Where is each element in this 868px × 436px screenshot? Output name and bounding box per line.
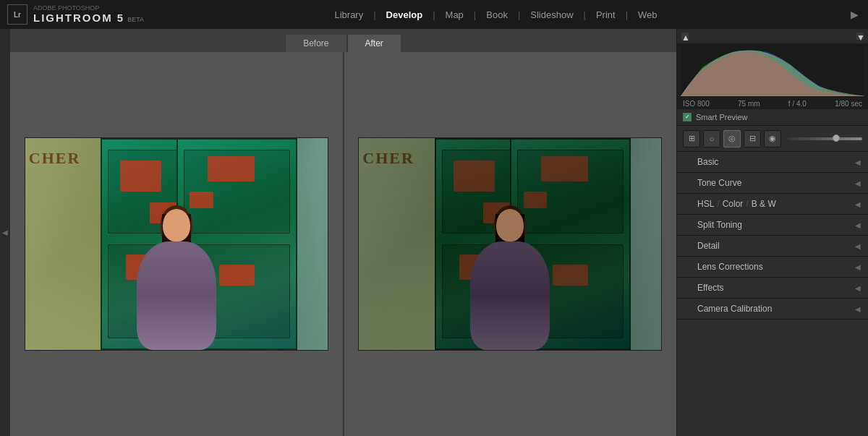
nav-map[interactable]: Map [440,7,469,23]
before-panel: CHER [10,52,344,436]
histogram-title-bar: ▲ ▼ [677,29,868,43]
panel-hsl[interactable]: HSL / Color / B & W ◀ [677,194,868,215]
circle-icon: ○ [710,134,715,143]
target-icon: ◎ [728,134,736,143]
panel-tone-curve-arrow: ◀ [855,179,861,187]
histogram-meta: ISO 800 75 mm f / 4.0 1/80 sec [677,98,868,109]
panel-tone-curve[interactable]: Tone Curve ◀ [677,173,868,194]
grid-tool-btn[interactable]: ⊞ [683,130,700,148]
image-area: CHER [10,52,676,436]
histogram-canvas [677,43,868,98]
tool-slider-thumb [833,134,840,142]
before-photo-bg: CHER [25,138,328,350]
main-layout: ◀ Before After CHER [0,29,868,436]
panel-camera-calibration[interactable]: Camera Calibration ◀ [677,299,868,320]
nav-menu: Library | Develop | Map | Book | Slidesh… [328,7,663,23]
preview-tabs: Before After [10,29,676,52]
panel-detail-arrow: ◀ [855,242,861,250]
left-sidebar[interactable]: ◀ [0,29,10,436]
nav-slideshow[interactable]: Slideshow [524,7,579,23]
split-icon: ⊟ [749,134,756,143]
shutter-value: 1/80 sec [835,100,862,108]
panel-lens-corrections-arrow: ◀ [855,263,861,271]
top-bar: Lr ADOBE PHOTOSHOP LIGHTROOM 5 BETA Libr… [0,0,868,29]
after-panel: CHER [344,52,677,436]
nav-library[interactable]: Library [328,7,369,23]
smart-preview-label: Smart Preview [696,113,748,121]
histogram-collapse[interactable]: ▲ [681,33,689,40]
target-tool-btn[interactable]: ◎ [723,130,741,148]
panel-split-toning-arrow: ◀ [855,221,861,229]
left-sidebar-arrow: ◀ [2,228,8,236]
center-area: Before After CHER [10,29,676,436]
tool-bar: ⊞ ○ ◎ ⊟ ◉ [677,126,868,152]
right-panel: ▲ ▼ ISO 800 75 mm [676,29,868,436]
hsl-tab-hsl[interactable]: HSL [697,199,714,209]
before-tab[interactable]: Before [285,34,346,52]
panel-detail-label: Detail [697,241,720,251]
panel-camera-calibration-arrow: ◀ [855,305,861,313]
logo-area: Lr ADOBE PHOTOSHOP LIGHTROOM 5 BETA [7,4,144,25]
person-silhouette-after [463,205,557,350]
smart-preview-bar: ✓ Smart Preview [677,108,868,126]
eye-tool-btn[interactable]: ◉ [764,130,781,148]
split-tool-btn[interactable]: ⊟ [744,130,761,148]
panel-camera-calibration-label: Camera Calibration [697,304,772,314]
app-version: BETA [127,17,144,24]
person-silhouette [129,205,224,350]
lr-logo: Lr [7,4,27,25]
panel-toggle-right[interactable]: ▶ [848,8,861,21]
panel-effects-label: Effects [697,283,723,293]
smart-preview-checkbox[interactable]: ✓ [683,113,692,121]
panel-detail[interactable]: Detail ◀ [677,236,868,257]
panel-effects[interactable]: Effects ◀ [677,278,868,299]
nav-print[interactable]: Print [590,7,621,23]
shop-sign-text-after: CHER [362,149,414,168]
panel-basic-label: Basic [697,157,718,167]
panel-tone-curve-label: Tone Curve [697,178,741,188]
nav-web[interactable]: Web [632,7,663,23]
panels-list: Basic ◀ Tone Curve ◀ HSL / Color / B & W [677,152,868,436]
after-tab[interactable]: After [347,34,401,52]
circle-tool-btn[interactable]: ○ [703,130,720,148]
eye-icon: ◉ [769,134,776,143]
panel-lens-corrections-label: Lens Corrections [697,262,763,272]
shop-sign-text: CHER [29,149,81,168]
panel-basic[interactable]: Basic ◀ [677,152,868,173]
histogram-svg [680,45,865,96]
hsl-tab-bw[interactable]: B & W [752,199,776,209]
aperture-value: f / 4.0 [788,100,807,108]
hsl-tab-color[interactable]: Color [723,199,744,209]
panel-split-toning[interactable]: Split Toning ◀ [677,215,868,236]
nav-book[interactable]: Book [480,7,514,23]
panel-lens-corrections[interactable]: Lens Corrections ◀ [677,257,868,278]
nav-develop[interactable]: Develop [380,7,429,23]
panel-hsl-arrow: ◀ [855,200,861,208]
panel-basic-arrow: ◀ [855,158,861,166]
before-image: CHER [25,137,328,351]
app-name: LIGHTROOM 5 [33,12,124,25]
tool-slider[interactable] [787,137,862,140]
after-image: CHER [358,137,662,351]
panel-effects-arrow: ◀ [855,284,861,292]
focal-value: 75 mm [738,100,760,108]
panel-split-toning-label: Split Toning [697,220,742,230]
grid-icon: ⊞ [689,134,695,143]
histogram-section: ▲ ▼ ISO 800 75 mm [677,29,868,108]
after-photo-bg: CHER [359,138,661,350]
iso-value: ISO 800 [683,100,710,108]
histogram-expand[interactable]: ▼ [856,33,864,40]
lr-logo-text: Lr [14,11,21,19]
